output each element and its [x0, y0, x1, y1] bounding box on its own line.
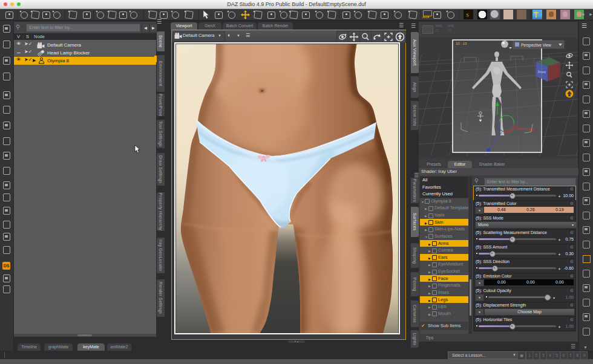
svg-text:10 : 13: 10 : 13 — [456, 42, 467, 45]
svg-text:Front: Front — [538, 70, 546, 74]
svg-text:Perspective View: Perspective View — [521, 43, 551, 48]
svg-text:10 : 13: 10 : 13 — [178, 46, 190, 50]
